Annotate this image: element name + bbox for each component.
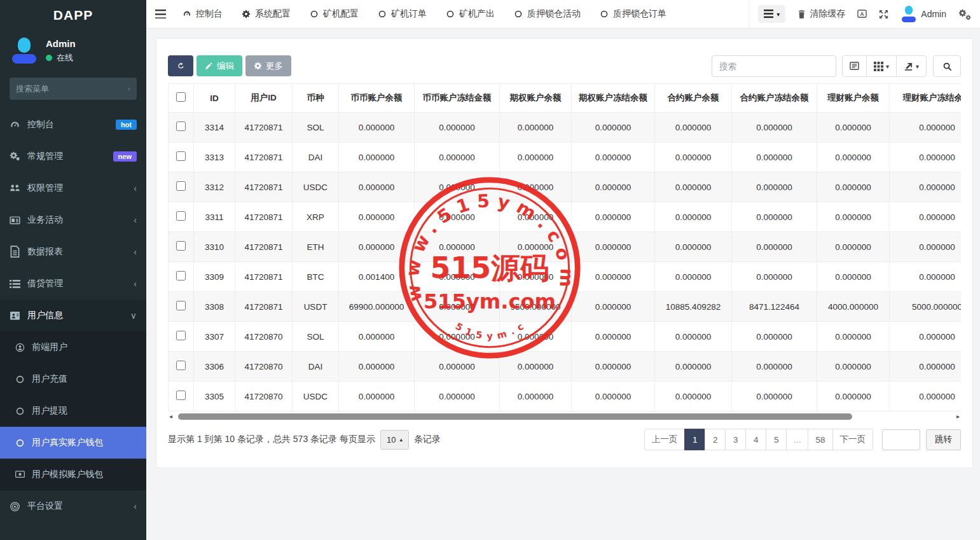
page-link[interactable]: 4 (745, 429, 766, 450)
edit-button[interactable]: 编辑 (197, 55, 242, 76)
horizontal-scrollbar[interactable]: ◂ ▸ (168, 413, 961, 420)
row-checkbox[interactable] (176, 361, 186, 370)
row-checkbox[interactable] (176, 121, 186, 131)
page-link[interactable]: 1 (684, 429, 705, 450)
main-area: 控制台 系统配置 矿机配置 矿机订单 矿机产出 质押锁仓活动 质押锁仓订单 ▾ … (146, 0, 980, 540)
sidebar-search-input[interactable] (16, 84, 128, 93)
table-row[interactable]: 330741720870SOL0.0000000.0000000.0000000… (169, 322, 962, 352)
table-cell: 0.000000 (732, 232, 817, 262)
row-checkbox[interactable] (176, 331, 186, 340)
table-row[interactable]: 331341720871DAI0.0000000.0000000.0000000… (169, 142, 962, 172)
admin-menu[interactable]: Admin (901, 6, 946, 22)
refresh-button[interactable] (168, 55, 193, 76)
page-item-4[interactable]: 4 (745, 429, 766, 450)
page-item-下一页[interactable]: 下一页 (832, 429, 874, 450)
page-item-58[interactable]: 58 (808, 429, 832, 450)
sidebar-item-label: 用户信息 (27, 310, 63, 321)
topnav-item-系统配置[interactable]: 系统配置 (242, 8, 291, 20)
sidebar-item-用户提现[interactable]: 用户提现 (0, 395, 146, 427)
select-all-checkbox[interactable] (176, 92, 186, 102)
page-link[interactable]: 上一页 (644, 429, 686, 450)
sidebar-item-用户模拟账户钱包[interactable]: 用户模拟账户钱包 (0, 459, 146, 490)
table-row[interactable]: 331041720871ETH0.0000000.0000000.0000000… (169, 232, 962, 262)
detail-view-button[interactable] (842, 55, 867, 77)
table-row[interactable]: 330841720871USDT69900.0000000.0000009500… (169, 292, 962, 322)
wallets-table: ID用户ID币种币币账户余额币币账户冻结金额期权账户余额期权账户冻结余额合约账户… (168, 83, 961, 412)
row-checkbox[interactable] (176, 181, 186, 191)
page-item-5[interactable]: 5 (766, 429, 787, 450)
gear-icon (242, 10, 251, 18)
sidebar-item-用户充值[interactable]: 用户充值 (0, 363, 146, 395)
export-button[interactable]: ▾ (896, 55, 927, 77)
topnav-item-矿机产出[interactable]: 矿机产出 (446, 8, 495, 20)
scrollbar-thumb[interactable] (178, 413, 852, 420)
topnav-item-矿机订单[interactable]: 矿机订单 (378, 8, 427, 20)
row-checkbox[interactable] (176, 211, 186, 221)
table-row[interactable]: 331241720871USDC0.0000000.0000000.000000… (169, 172, 962, 202)
jump-button[interactable]: 跳转 (926, 429, 961, 450)
page-size-dropdown[interactable]: 10 ▴ (380, 430, 409, 450)
row-checkbox[interactable] (176, 151, 186, 161)
table-search-input[interactable] (712, 55, 836, 77)
menu-toggle-icon[interactable] (155, 10, 166, 19)
table-row[interactable]: 331441720871SOL0.0000000.0000000.0000000… (169, 113, 962, 142)
page-link[interactable]: 58 (808, 429, 832, 450)
page-link[interactable]: 2 (705, 429, 726, 450)
sidebar-item-label: 前端用户 (32, 342, 67, 353)
page-item-上一页[interactable]: 上一页 (644, 429, 686, 450)
page-link[interactable]: 3 (725, 429, 746, 450)
row-checkbox[interactable] (176, 301, 186, 310)
columns-grid-icon (874, 62, 883, 71)
sidebar-item-前端用户[interactable]: 前端用户 (0, 331, 146, 363)
row-checkbox[interactable] (176, 271, 186, 280)
topnav-item-矿机配置[interactable]: 矿机配置 (310, 8, 359, 20)
settings-button[interactable] (958, 9, 971, 20)
svg-text:A: A (860, 11, 864, 17)
sidebar-item-用户信息[interactable]: 用户信息 ∨ (0, 300, 146, 331)
table-row[interactable]: 331141720871XRP0.0000000.0000000.0000000… (169, 202, 962, 232)
column-header: 期权账户冻结余额 (572, 84, 655, 113)
page-jump-input[interactable] (882, 429, 920, 450)
page-link[interactable]: 下一页 (832, 429, 874, 450)
row-checkbox[interactable] (176, 241, 186, 251)
table-cell: 0.000000 (890, 262, 962, 292)
page-item-2[interactable]: 2 (705, 429, 726, 450)
page-link[interactable]: ... (786, 429, 808, 450)
column-header: 币币账户冻结金额 (415, 84, 500, 113)
topnav-item-控制台[interactable]: 控制台 (183, 8, 223, 20)
table-cell: 0.000000 (415, 382, 500, 412)
sidebar-item-常规管理[interactable]: 常规管理 new (0, 141, 146, 172)
topnav-item-质押锁仓订单[interactable]: 质押锁仓订单 (600, 8, 666, 20)
circle-icon (378, 10, 387, 18)
sidebar-item-用户真实账户钱包[interactable]: 用户真实账户钱包 (0, 427, 146, 459)
table-cell: USDC (293, 382, 339, 412)
scroll-left-icon[interactable]: ◂ (169, 413, 172, 420)
nav-dropdown-button[interactable]: ▾ (758, 5, 785, 22)
topnav-item-质押锁仓活动[interactable]: 质押锁仓活动 (514, 8, 581, 20)
table-cell: 0.000000 (655, 172, 732, 202)
sidebar-item-数据报表[interactable]: 数据报表 ‹ (0, 236, 146, 268)
table-cell: 41720871 (235, 172, 293, 202)
sidebar-item-平台设置[interactable]: 平台设置 ‹ (0, 490, 146, 522)
sidebar-item-借贷管理[interactable]: 借贷管理 ‹ (0, 268, 146, 300)
table-cell: USDC (293, 172, 339, 202)
fullscreen-button[interactable] (879, 10, 888, 19)
columns-button[interactable]: ▾ (866, 55, 897, 77)
table-cell: 0.000000 (655, 142, 732, 172)
clear-cache-button[interactable]: 清除缓存 (797, 8, 845, 20)
table-row[interactable]: 330541720870USDC0.0000000.0000000.000000… (169, 382, 962, 412)
page-item-...[interactable]: ... (786, 429, 808, 450)
page-link[interactable]: 5 (766, 429, 787, 450)
sidebar-item-控制台[interactable]: 控制台 hot (0, 109, 146, 141)
search-button[interactable] (933, 55, 961, 77)
table-row[interactable]: 330641720870DAI0.0000000.0000000.0000000… (169, 352, 962, 382)
language-button[interactable]: A (857, 10, 867, 18)
page-item-1[interactable]: 1 (684, 429, 705, 450)
row-checkbox[interactable] (176, 391, 186, 400)
scroll-right-icon[interactable]: ▸ (956, 413, 960, 420)
table-row[interactable]: 330941720871BTC0.0014000.0000000.0000000… (169, 262, 962, 292)
more-button[interactable]: 更多 (245, 55, 291, 76)
sidebar-item-业务活动[interactable]: 业务活动 ‹ (0, 204, 146, 236)
page-item-3[interactable]: 3 (725, 429, 746, 450)
sidebar-item-权限管理[interactable]: 权限管理 ‹ (0, 172, 146, 204)
